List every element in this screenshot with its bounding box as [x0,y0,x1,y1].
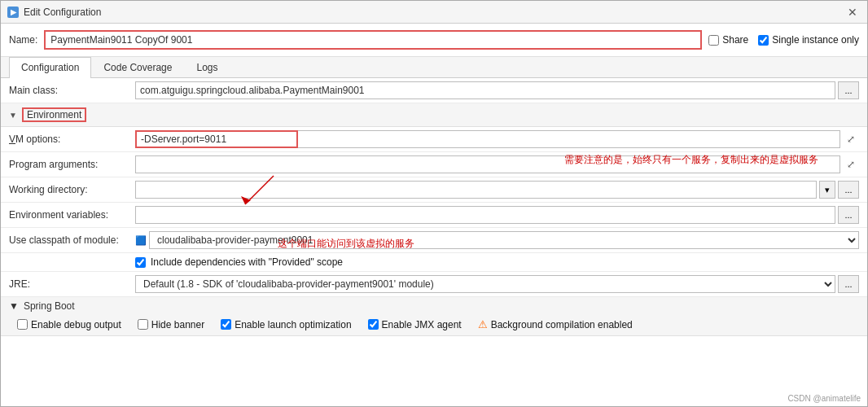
spring-boot-section: ▼ Spring Boot Enable debug output Hide b… [1,297,867,336]
enable-launch-group: Enable launch optimization [221,319,351,330]
vm-options-input-wrap: ⤢ [135,130,859,148]
vm-options-input[interactable] [135,130,298,148]
edit-configuration-window: ▶ Edit Configuration ✕ Name: Share Singl… [0,0,868,407]
tab-logs[interactable]: Logs [184,57,230,77]
spring-boot-header[interactable]: ▼ Spring Boot [1,297,867,315]
hide-banner-group: Hide banner [138,319,204,330]
enable-jmx-checkbox[interactable] [368,319,379,330]
main-class-row: Main class: ... [1,78,867,103]
background-compilation-group: ⚠ Background compilation enabled [478,318,633,330]
share-checkbox[interactable] [708,35,719,46]
main-class-input[interactable] [135,81,835,99]
include-deps-row: Include dependencies with "Provided" sco… [1,253,867,272]
vm-options-expand-button[interactable]: ⤢ [843,131,859,147]
single-instance-label: Single instance only [772,34,859,46]
working-directory-label: Working directory: [9,184,135,195]
name-input[interactable] [44,30,702,50]
enable-debug-label: Enable debug output [31,319,121,330]
vm-options-row: VM options: ⤢ [1,127,867,152]
enable-launch-checkbox[interactable] [221,319,231,330]
working-directory-dropdown[interactable]: ▾ [819,181,835,199]
spring-boot-options: Enable debug output Hide banner Enable l… [1,315,867,335]
vm-options-rest-input[interactable] [298,130,840,148]
environment-label: Environment [22,107,86,122]
program-arguments-expand-button[interactable]: ⤢ [843,156,859,173]
title-bar-left: ▶ Edit Configuration [7,7,101,18]
tab-code-coverage[interactable]: Code Coverage [91,57,184,77]
environment-section-header[interactable]: ▼ Environment [1,103,867,127]
name-row: Name: Share Single instance only [1,24,867,57]
content-area: Main class: ... ▼ Environment VM options… [1,78,867,406]
jre-browse-button[interactable]: ... [838,275,859,293]
title-bar: ▶ Edit Configuration ✕ [1,1,867,24]
working-directory-row: Working directory: ▾ ... [1,177,867,203]
close-button[interactable]: ✕ [844,4,861,20]
jre-row: JRE: Default (1.8 - SDK of 'cloudalibaba… [1,272,867,297]
tab-configuration[interactable]: Configuration [9,57,91,78]
vm-options-label: VM options: [9,133,135,145]
main-class-label: Main class: [9,85,135,96]
watermark: CSDN @animatelife [787,394,861,403]
enable-jmx-label: Enable JMX agent [382,319,462,330]
app-icon: ▶ [7,7,19,18]
classpath-module-label: Use classpath of module: [9,234,135,246]
tabs-row: Configuration Code Coverage Logs [1,57,867,78]
env-variables-browse-button[interactable]: ... [838,206,859,224]
window-title: Edit Configuration [24,7,101,18]
include-deps-label: Include dependencies with "Provided" sco… [151,256,343,268]
enable-launch-label: Enable launch optimization [235,319,351,330]
module-icon: 🟦 [135,235,147,246]
main-class-browse-button[interactable]: ... [838,81,859,99]
spring-boot-arrow-icon: ▼ [9,300,19,312]
working-directory-browse-button[interactable]: ... [838,181,859,199]
program-arguments-input[interactable] [135,155,840,173]
single-instance-checkbox-group: Single instance only [758,34,859,46]
env-variables-row: Environment variables: ... [1,203,867,228]
warning-icon: ⚠ [478,318,488,330]
working-directory-input[interactable] [135,181,817,199]
classpath-module-select[interactable]: cloudalibaba-provider-payment9001 [149,231,859,249]
enable-debug-group: Enable debug output [17,319,121,330]
hide-banner-label: Hide banner [151,319,204,330]
env-variables-label: Environment variables: [9,209,135,221]
share-label: Share [722,34,748,46]
enable-debug-checkbox[interactable] [17,319,28,330]
single-instance-checkbox[interactable] [758,35,769,46]
hide-banner-checkbox[interactable] [138,319,148,330]
spring-boot-label: Spring Boot [24,300,75,312]
program-arguments-label: Program arguments: [9,159,135,170]
classpath-module-row: Use classpath of module: 🟦 cloudalibaba-… [1,228,867,253]
name-label: Name: [9,34,37,46]
jre-select[interactable]: Default (1.8 - SDK of 'cloudalibaba-prov… [135,275,835,293]
background-compilation-label: Background compilation enabled [491,319,633,330]
jre-label: JRE: [9,278,135,290]
name-options: Share Single instance only [708,34,859,46]
include-deps-checkbox[interactable] [135,257,146,268]
enable-jmx-group: Enable JMX agent [368,319,462,330]
share-checkbox-group: Share [708,34,748,46]
environment-arrow-icon: ▼ [9,111,17,120]
program-arguments-row: Program arguments: ⤢ [1,152,867,177]
env-variables-input[interactable] [135,206,835,224]
